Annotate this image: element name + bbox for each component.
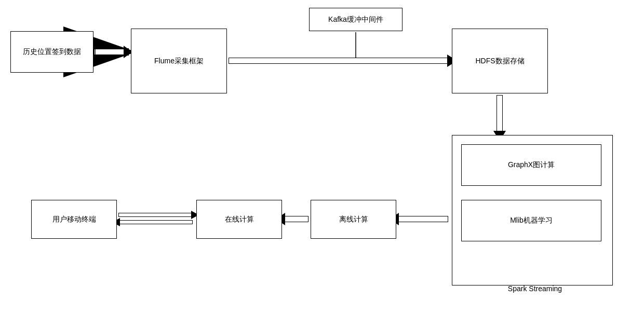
box-flume: Flume采集框架 (131, 29, 227, 93)
svg-rect-24 (119, 213, 192, 216)
svg-rect-15 (497, 96, 502, 132)
box-offline: 离线计算 (311, 200, 396, 239)
svg-rect-9 (96, 49, 125, 55)
arrow-user-to-online (112, 218, 193, 226)
svg-rect-21 (284, 216, 308, 222)
diagram: 历史位置签到数据 Flume采集框架 Kafka缓冲中间件 HDFS数据存储 S… (0, 0, 644, 313)
svg-rect-18 (398, 216, 448, 222)
svg-rect-27 (119, 221, 192, 224)
box-mlib: Mlib机器学习 (461, 200, 601, 241)
box-hdfs: HDFS数据存储 (452, 29, 548, 93)
svg-rect-20 (284, 216, 308, 222)
svg-rect-8 (95, 49, 125, 55)
svg-rect-12 (229, 58, 448, 63)
svg-rect-26 (118, 220, 193, 224)
arrow-hdfs-to-spark (493, 95, 506, 141)
svg-rect-23 (118, 213, 193, 217)
box-history-data: 历史位置签到数据 (10, 31, 93, 73)
box-kafka: Kafka缓冲中间件 (309, 8, 403, 31)
arrow-spark-to-offline (390, 213, 448, 225)
svg-rect-14 (497, 95, 503, 132)
arrow-history-to-flume (95, 46, 132, 58)
svg-rect-11 (229, 58, 449, 64)
spark-streaming-label: Spark Streaming (483, 284, 587, 293)
arrow-flume-to-hdfs (229, 55, 457, 67)
box-user-mobile: 用户移动终端 (31, 200, 117, 239)
box-graphx: GraphX图计算 (461, 144, 601, 186)
svg-rect-17 (397, 216, 448, 222)
box-online: 在线计算 (196, 200, 282, 239)
arrow-online-to-user (118, 211, 199, 219)
